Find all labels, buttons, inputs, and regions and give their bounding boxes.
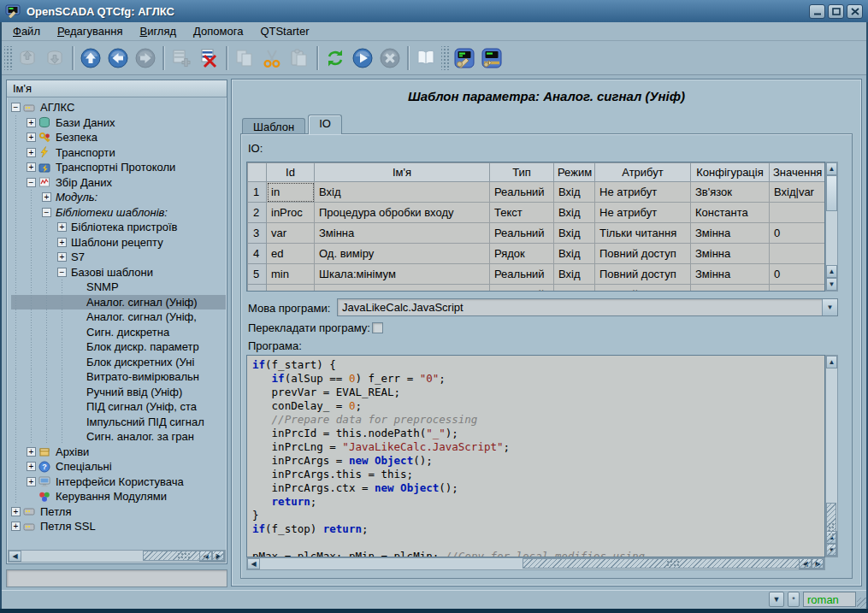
tree-item[interactable]: Сигн. аналог. за гран <box>11 429 226 445</box>
expand-plus-icon[interactable]: + <box>27 118 36 127</box>
tree-item[interactable]: −АГЛКС <box>11 100 226 115</box>
tree-item[interactable]: +Шаблони рецепту <box>11 235 226 251</box>
table-cell[interactable]: Вхід <box>554 285 595 292</box>
tree-item[interactable]: ПІД сигнал (Уніф, ста <box>11 399 226 415</box>
tree-item[interactable]: +Транспортні Протоколи <box>11 160 226 175</box>
scroll-left-icon[interactable]: ◀ <box>247 558 260 569</box>
table-cell[interactable]: in <box>267 182 315 203</box>
maximize-button[interactable] <box>828 4 844 19</box>
cut-item-icon[interactable] <box>258 44 286 72</box>
table-vertical-scrollbar[interactable]: ▲ ▲ ▼ <box>825 162 838 292</box>
table-cell[interactable]: Змінна <box>691 285 770 292</box>
tree-item[interactable]: Сигн. дискретна <box>11 325 226 340</box>
tree-item[interactable]: +Модуль: <box>11 190 226 205</box>
table-cell[interactable]: Змінна <box>691 244 770 264</box>
table-cell[interactable]: 100 <box>770 285 825 292</box>
table-cell[interactable]: Повний доступ <box>595 244 691 264</box>
expand-plus-icon[interactable]: + <box>11 522 21 531</box>
tree-item[interactable]: Керування Модулями <box>11 489 226 504</box>
tree-item[interactable]: +Безпека <box>11 130 226 145</box>
row-number[interactable]: 6 <box>248 285 267 292</box>
column-header[interactable]: Режим <box>554 163 595 182</box>
collapse-minus-icon[interactable]: − <box>11 103 21 112</box>
table-cell[interactable]: 0 <box>770 264 825 285</box>
table-cell[interactable]: inProc <box>267 203 315 223</box>
row-number[interactable]: 3 <box>248 223 267 244</box>
tree-item[interactable]: Аналог. сигнал (Уніф) <box>11 295 226 310</box>
expand-plus-icon[interactable]: + <box>27 477 36 486</box>
status-dropdown-button[interactable]: ▼ <box>769 592 784 607</box>
toolbar-handle[interactable] <box>441 46 449 70</box>
scrollbar-thumb[interactable] <box>826 503 836 556</box>
scroll-up-icon[interactable]: ▲ <box>826 162 837 175</box>
delete-item-icon[interactable] <box>195 44 222 72</box>
scroll-down-icon[interactable]: ▼ <box>826 278 837 291</box>
tree-item[interactable]: +Бібліотека пристроїв <box>11 220 226 235</box>
tree-item[interactable]: +Петля SSL <box>11 519 226 534</box>
table-cell[interactable]: Вхід|var <box>770 182 825 203</box>
table-cell[interactable]: Реальний <box>490 182 554 203</box>
menu-item-0[interactable]: Файл <box>4 23 49 39</box>
collapse-minus-icon[interactable]: − <box>57 268 67 277</box>
column-header[interactable]: Значення <box>770 163 825 182</box>
row-number[interactable]: 4 <box>248 244 267 264</box>
table-cell[interactable]: Шкала:мінімум <box>315 264 490 285</box>
expand-plus-icon[interactable]: + <box>57 238 67 247</box>
tree-item[interactable]: +Бази Даних <box>11 115 226 131</box>
tree-item[interactable]: +Архіви <box>11 445 226 460</box>
table-cell[interactable]: Текст <box>490 203 554 223</box>
table-cell[interactable]: Не атрибут <box>595 203 691 223</box>
table-cell[interactable]: Повний доступ <box>595 264 691 285</box>
tree-item[interactable]: −Збір Даних <box>11 175 226 191</box>
scroll-up-icon[interactable]: ▲ <box>826 265 837 278</box>
current-user-button[interactable]: roman <box>803 592 856 607</box>
nav-back-icon[interactable] <box>104 44 132 72</box>
table-cell[interactable]: Вхід <box>554 223 595 244</box>
table-cell[interactable]: Реальний <box>490 223 554 244</box>
expand-plus-icon[interactable]: + <box>27 133 36 142</box>
tab-io[interactable]: IO <box>308 115 342 134</box>
table-cell[interactable]: min <box>267 264 315 285</box>
tree-item[interactable]: +S7 <box>11 250 226 265</box>
table-cell[interactable]: Вхід <box>554 264 595 285</box>
table-cell[interactable]: var <box>267 223 315 244</box>
row-number[interactable]: 1 <box>248 182 267 203</box>
table-cell[interactable]: Не атрибут <box>595 182 691 203</box>
program-language-select[interactable]: JavaLikeCalc.JavaScript ▼ <box>337 298 838 316</box>
table-cell[interactable]: Повний доступ <box>595 285 691 292</box>
table-cell[interactable]: 0 <box>770 223 825 244</box>
tree-item[interactable]: −Бібліотеки шаблонів: <box>11 205 226 221</box>
translate-program-checkbox[interactable] <box>372 322 383 333</box>
tree-item[interactable]: Аналог. сигнал (Уніф, <box>11 309 226 325</box>
menu-item-4[interactable]: QTStarter <box>251 23 317 39</box>
row-number[interactable]: 5 <box>248 264 267 285</box>
nav-up-icon[interactable] <box>77 44 104 72</box>
expand-plus-icon[interactable]: + <box>27 148 36 157</box>
table-cell[interactable]: Од. виміру <box>315 244 490 264</box>
close-button[interactable] <box>847 4 863 19</box>
tree-item[interactable]: Витрато-вимірювальн <box>11 369 226 385</box>
menu-item-2[interactable]: Вигляд <box>131 23 185 39</box>
tab-template[interactable]: Шаблон <box>242 118 305 134</box>
start-icon[interactable] <box>349 44 376 72</box>
code-editor[interactable]: if(f_start) { if(alSup == 0) f_err = "0"… <box>246 355 825 557</box>
column-header[interactable]: Атрибут <box>595 163 691 182</box>
table-cell[interactable]: Шкала:максимум <box>315 285 490 292</box>
table-cell[interactable]: Змінна <box>691 264 770 285</box>
collapse-minus-icon[interactable]: − <box>42 208 51 217</box>
expand-plus-icon[interactable]: + <box>27 447 36 457</box>
table-cell[interactable]: Змінна <box>315 223 490 244</box>
table-cell[interactable]: Процедура обробки входу <box>315 203 490 223</box>
column-header[interactable]: Конфігурація <box>691 163 770 182</box>
expand-plus-icon[interactable]: + <box>11 507 21 516</box>
minimize-button[interactable] <box>809 4 825 19</box>
tree-item[interactable]: Ручний ввід (Уніф) <box>11 385 226 400</box>
menu-item-1[interactable]: Редагування <box>49 23 132 39</box>
expand-plus-icon[interactable]: + <box>27 462 36 471</box>
table-cell[interactable]: Реальний <box>490 264 554 285</box>
table-cell[interactable]: Змінна <box>691 223 770 244</box>
table-cell[interactable] <box>770 203 825 223</box>
expand-plus-icon[interactable]: + <box>57 252 67 262</box>
refresh-icon[interactable] <box>322 44 349 72</box>
column-header[interactable]: Тип <box>490 163 554 182</box>
